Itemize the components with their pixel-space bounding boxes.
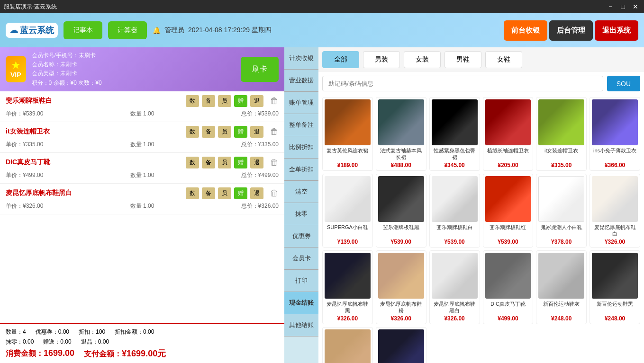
return-btn[interactable]: 退 <box>250 95 263 107</box>
product-card[interactable]: 斐乐潮牌板鞋红 ¥539.00 <box>483 174 534 248</box>
consumption-label: 消费金额：1699.00 <box>6 348 74 359</box>
product-card[interactable]: 性感紧身黑色包臀裙 ¥345.00 <box>429 97 480 171</box>
window-title: 服装店演示-蓝云系统 <box>4 3 605 11</box>
product-card[interactable]: 植绒长袖连帽卫衣 ¥205.00 <box>483 97 534 171</box>
product-name: 麦昆忆厚底帆布鞋白 <box>592 224 638 237</box>
round-off-btn[interactable]: 抹零 <box>284 203 318 225</box>
cart-item-name: DIC真皮马丁靴 <box>6 158 183 167</box>
note-btn[interactable]: 备 <box>202 187 215 199</box>
quantity: 数量 1.00 <box>97 202 188 210</box>
minimize-button[interactable]: － <box>605 2 616 11</box>
summary-row2: 抹零：0.00 赠送：0.00 退品：0.00 <box>6 338 279 346</box>
product-image <box>325 329 371 363</box>
back-desk-button[interactable]: 后台管理 <box>549 20 593 41</box>
clear-btn[interactable]: 清空 <box>284 181 318 203</box>
calculator-button[interactable]: 计算器 <box>108 21 147 39</box>
product-price: ¥539.00 <box>485 239 531 245</box>
product-card[interactable]: it女装连帽卫衣 ¥335.00 <box>536 97 587 171</box>
gift-btn[interactable]: 赠 <box>234 157 247 168</box>
cat-mens-btn[interactable]: 男装 <box>363 51 400 68</box>
swipe-card-button[interactable]: 刷卡 <box>241 57 279 82</box>
delete-icon[interactable]: 🗑 <box>270 96 279 106</box>
qty-btn[interactable]: 数 <box>186 126 199 138</box>
cat-all-btn[interactable]: 全部 <box>322 51 359 68</box>
product-card[interactable]: 鬼冢虎潮人小白鞋 ¥378.00 <box>536 174 587 248</box>
print-btn[interactable]: 打印 <box>284 270 318 292</box>
other-checkout-btn[interactable]: 其他结账 <box>284 314 318 336</box>
member-btn[interactable]: 员 <box>218 95 231 107</box>
gift-btn[interactable]: 赠 <box>234 126 247 138</box>
full-discount-btn[interactable]: 全单折扣 <box>284 159 318 181</box>
gift-btn[interactable]: 赠 <box>234 95 247 107</box>
cash-checkout-btn[interactable]: 现金结账 <box>284 292 318 314</box>
maximize-button[interactable]: □ <box>619 2 627 11</box>
return-btn[interactable]: 退 <box>250 157 263 168</box>
delete-icon[interactable]: 🗑 <box>270 127 279 137</box>
logo: ☁ 蓝云系统 <box>6 23 58 38</box>
product-image <box>485 253 531 299</box>
order-note-btn[interactable]: 整单备注 <box>284 114 318 136</box>
product-card[interactable]: 斐乐潮牌板鞋黑 ¥539.00 <box>376 174 426 248</box>
logo-icon: ☁ <box>9 25 18 35</box>
account-mgmt-btn[interactable]: 账单管理 <box>284 92 318 114</box>
product-card[interactable]: 法式复古袖赫本风长裙 ¥488.00 <box>376 97 426 171</box>
return-btn[interactable]: 退 <box>250 126 263 138</box>
member-btn[interactable]: 员 <box>218 126 231 138</box>
member-btn[interactable]: 员 <box>218 157 231 168</box>
product-name: DIC真皮马丁靴 <box>485 301 531 314</box>
payment-value: ¥1699.00元 <box>122 349 166 358</box>
close-button[interactable]: ✕ <box>631 2 640 11</box>
product-card[interactable]: ins小兔子薄款卫衣 ¥366.00 <box>590 97 640 171</box>
product-price: ¥326.00 <box>592 239 638 245</box>
header-right-buttons: 前台收银 后台管理 退出系统 <box>504 20 638 41</box>
qty-btn[interactable]: 数 <box>186 187 199 199</box>
product-image <box>325 176 371 222</box>
product-price: ¥205.00 <box>485 162 531 168</box>
search-button[interactable]: SOU <box>607 76 640 91</box>
cat-mens-shoes-btn[interactable]: 男鞋 <box>444 51 481 68</box>
business-data-btn[interactable]: 营业数据 <box>284 70 318 92</box>
product-card[interactable]: 新百伦运动鞋灰 ¥248.00 <box>536 250 587 324</box>
product-card[interactable] <box>376 327 426 363</box>
coupon-btn[interactable]: 优惠券 <box>284 225 318 248</box>
qty-btn[interactable]: 数 <box>186 95 199 107</box>
note-btn[interactable]: 备 <box>202 95 215 107</box>
exit-button[interactable]: 退出系统 <box>595 20 638 41</box>
product-card[interactable]: 麦昆忆厚底帆布鞋黑 ¥326.00 <box>322 250 373 324</box>
total-price: 总价：¥539.00 <box>188 110 279 118</box>
product-name: 复古英伦风连衣裙 <box>325 147 371 160</box>
product-card[interactable]: 新百伦运动鞋黑 ¥248.00 <box>590 250 640 324</box>
delete-icon[interactable]: 🗑 <box>270 188 279 198</box>
product-card[interactable]: 麦昆忆厚底帆布鞋白 ¥326.00 <box>590 174 640 248</box>
product-card[interactable]: 麦昆忆厚底帆布鞋粉 ¥326.00 <box>376 250 426 324</box>
product-card[interactable]: SUPERGA小白鞋 ¥139.00 <box>322 174 373 248</box>
gift-btn[interactable]: 赠 <box>234 187 247 199</box>
notepad-button[interactable]: 记事本 <box>63 21 102 39</box>
cart-item-detail: 单价：¥539.00 数量 1.00 总价：¥539.00 <box>6 110 279 118</box>
member-card-btn[interactable]: 会员卡 <box>284 248 318 270</box>
member-type: 会员类型：未刷卡 <box>32 69 235 78</box>
member-btn[interactable]: 员 <box>218 187 231 199</box>
member-points: 积分：0 余额：¥0 次数：¥0 <box>32 79 235 88</box>
product-card[interactable]: 麦昆忆厚底帆布鞋黑白 ¥326.00 <box>429 250 480 324</box>
delete-icon[interactable]: 🗑 <box>270 158 279 168</box>
product-card[interactable]: 斐乐潮牌板鞋白 ¥539.00 <box>429 174 480 248</box>
ratio-discount-btn[interactable]: 比例折扣 <box>284 136 318 159</box>
product-price: ¥248.00 <box>592 315 638 322</box>
qty-btn[interactable]: 数 <box>186 157 199 168</box>
product-card[interactable] <box>322 327 373 363</box>
product-card[interactable]: DIC真皮马丁靴 ¥499.00 <box>483 250 534 324</box>
note-btn[interactable]: 备 <box>202 157 215 168</box>
product-card[interactable]: 复古英伦风连衣裙 ¥189.00 <box>322 97 373 171</box>
member-bar: ★ VIP 会员卡号/手机号：未刷卡 会员名称：未刷卡 会员类型：未刷卡 积分：… <box>0 47 284 91</box>
note-btn[interactable]: 备 <box>202 126 215 138</box>
product-name: 鬼冢虎潮人小白鞋 <box>538 224 584 237</box>
search-input[interactable] <box>322 76 603 91</box>
front-desk-button[interactable]: 前台收银 <box>504 20 547 41</box>
cart-item-detail: 单价：¥326.00 数量 1.00 总价：¥326.00 <box>6 202 279 210</box>
cat-womens-shoes-btn[interactable]: 女鞋 <box>485 51 522 68</box>
return-btn[interactable]: 退 <box>250 187 263 199</box>
cat-womens-btn[interactable]: 女装 <box>404 51 441 68</box>
count-cashier-btn[interactable]: 计次收银 <box>284 47 318 70</box>
unit-price: 单价：¥326.00 <box>6 202 97 210</box>
